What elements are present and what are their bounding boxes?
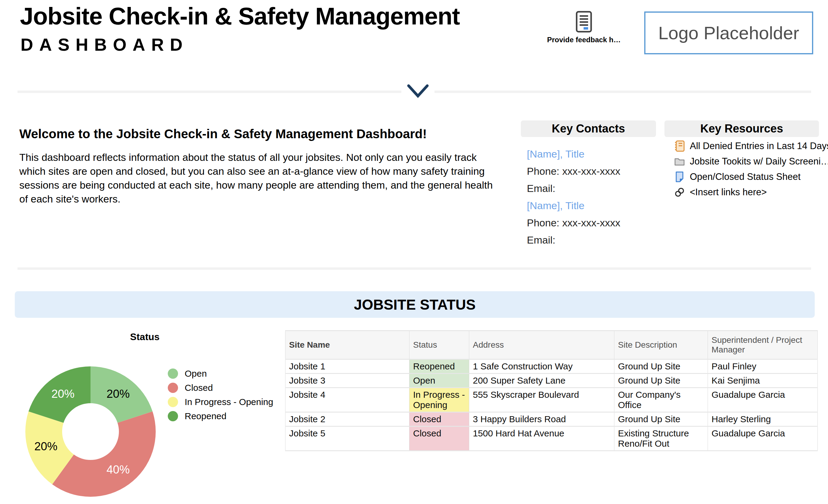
- site-description-cell: Ground Up Site: [614, 374, 708, 388]
- site-description-cell: Ground Up Site: [614, 360, 708, 374]
- contact-email: Email:: [527, 180, 620, 197]
- resource-link-insert-links[interactable]: <Insert links here>: [673, 184, 828, 200]
- key-contacts-heading: Key Contacts: [521, 120, 656, 137]
- table-row: Jobsite 1 Reopened 1 Safe Construction W…: [285, 360, 818, 374]
- status-cell: In Progress - Opening: [410, 388, 469, 412]
- table-row: Jobsite 4 In Progress - Opening 555 Skys…: [285, 388, 818, 412]
- key-resources-heading: Key Resources: [664, 120, 819, 137]
- jobsite-status-banner: JOBSITE STATUS: [15, 291, 815, 318]
- table-row: Jobsite 2 Closed 3 Happy Builders Road G…: [285, 412, 818, 426]
- feedback-label: Provide feedback h…: [546, 36, 622, 44]
- status-cell: Closed: [410, 426, 469, 451]
- legend-label: Reopened: [185, 411, 226, 421]
- address-cell: 200 Super Safety Lane: [469, 374, 614, 388]
- jobsite-status-table: Site Name Status Address Site Descriptio…: [285, 330, 818, 451]
- svg-text:40%: 40%: [107, 463, 130, 476]
- section-divider: [17, 267, 811, 270]
- address-cell: 1500 Hard Hat Avenue: [469, 426, 614, 451]
- contact-phone: Phone: xxx-xxx-xxxx: [527, 214, 620, 232]
- col-header-status: Status: [410, 331, 469, 360]
- status-cell: Open: [410, 374, 469, 388]
- legend-label: Closed: [185, 383, 213, 393]
- resource-link-jobsite-toolkits[interactable]: Jobsite Tookits w/ Daily Screeni…: [673, 154, 828, 169]
- legend-swatch-closed: [168, 383, 178, 393]
- manager-cell: Guadalupe Garcia: [708, 388, 818, 412]
- col-header-site-description: Site Description: [614, 331, 708, 360]
- site-name-cell: Jobsite 3: [285, 374, 410, 388]
- legend-item: Open: [168, 366, 273, 381]
- status-donut-chart: 20%40%20%20%: [18, 359, 163, 504]
- legend-swatch-reopened: [168, 411, 178, 421]
- chart-legend: Open Closed In Progress - Opening Reopen…: [168, 366, 273, 423]
- site-description-cell: Our Company's Office: [614, 388, 708, 412]
- address-cell: 1 Safe Construction Way: [469, 360, 614, 374]
- resource-link-status-sheet[interactable]: Open/Closed Status Sheet: [673, 169, 828, 184]
- welcome-heading: Welcome to the Jobsite Check-in & Safety…: [19, 127, 427, 141]
- dashboard-page: Jobsite Check-in & Safety Management DAS…: [0, 0, 828, 504]
- manager-cell: Harley Sterling: [708, 412, 818, 426]
- contact-name-link[interactable]: [Name], Title: [527, 197, 620, 214]
- legend-swatch-open: [168, 369, 178, 379]
- resource-label: Open/Closed Status Sheet: [690, 171, 800, 182]
- resource-label: <Insert links here>: [690, 187, 767, 198]
- logo-placeholder: Logo Placeholder: [644, 11, 813, 54]
- site-name-cell: Jobsite 2: [285, 412, 410, 426]
- jobsite-status-banner-text: JOBSITE STATUS: [354, 296, 476, 313]
- contact-email: Email:: [527, 232, 620, 249]
- provide-feedback-button[interactable]: Provide feedback h…: [546, 11, 622, 44]
- feedback-form-icon: [546, 11, 622, 33]
- address-cell: 3 Happy Builders Road: [469, 412, 614, 426]
- resource-link-denied-entries[interactable]: All Denied Entries in Last 14 Days: [673, 138, 828, 154]
- welcome-paragraph: This dashboard reflects information abou…: [19, 150, 502, 206]
- collapse-section-control[interactable]: [405, 83, 431, 101]
- resource-label: Jobsite Tookits w/ Daily Screeni…: [690, 156, 828, 167]
- legend-item: In Progress - Opening: [168, 395, 273, 409]
- col-header-superintendent: Superintendent / Project Manager: [708, 331, 818, 360]
- site-description-cell: Existing Structure Reno/Fit Out: [614, 426, 708, 451]
- page-subtitle: DASHBOARD: [20, 34, 189, 55]
- chevron-down-icon: [405, 83, 431, 99]
- page-title: Jobsite Check-in & Safety Management: [20, 2, 460, 30]
- manager-cell: Paul Finley: [708, 360, 818, 374]
- denied-entries-report-icon: [673, 140, 686, 152]
- site-name-cell: Jobsite 1: [285, 360, 410, 374]
- table-row: Jobsite 3 Open 200 Super Safety Lane Gro…: [285, 374, 818, 388]
- link-icon: [673, 187, 686, 198]
- address-cell: 555 Skyscraper Boulevard: [469, 388, 614, 412]
- legend-label: Open: [185, 369, 207, 379]
- table-row: Jobsite 5 Closed 1500 Hard Hat Avenue Ex…: [285, 426, 818, 451]
- legend-label: In Progress - Opening: [185, 397, 273, 407]
- site-description-cell: Ground Up Site: [614, 412, 708, 426]
- key-contacts-list: [Name], Title Phone: xxx-xxx-xxxx Email:…: [527, 145, 620, 249]
- table-header-row: Site Name Status Address Site Descriptio…: [285, 331, 818, 360]
- site-name-cell: Jobsite 5: [285, 426, 410, 451]
- manager-cell: Kai Senjima: [708, 374, 818, 388]
- status-cell: Closed: [410, 412, 469, 426]
- svg-text:20%: 20%: [34, 440, 58, 453]
- col-header-address: Address: [469, 331, 614, 360]
- contact-name-link[interactable]: [Name], Title: [527, 145, 620, 163]
- col-header-site-name: Site Name: [285, 331, 410, 360]
- resource-label: All Denied Entries in Last 14 Days: [690, 141, 828, 152]
- legend-item: Reopened: [168, 409, 273, 423]
- site-name-cell: Jobsite 4: [285, 388, 410, 412]
- chart-title: Status: [99, 331, 190, 342]
- svg-text:20%: 20%: [107, 387, 130, 400]
- legend-swatch-inprogress: [168, 397, 178, 407]
- status-sheet-icon: [673, 171, 686, 182]
- key-resources-list: All Denied Entries in Last 14 Days Jobsi…: [673, 138, 828, 200]
- status-cell: Reopened: [410, 360, 469, 374]
- contact-phone: Phone: xxx-xxx-xxxx: [527, 163, 620, 180]
- logo-text: Logo Placeholder: [658, 23, 799, 43]
- legend-item: Closed: [168, 381, 273, 395]
- folder-icon: [673, 157, 686, 166]
- manager-cell: Guadalupe Garcia: [708, 426, 818, 451]
- svg-text:20%: 20%: [51, 387, 75, 400]
